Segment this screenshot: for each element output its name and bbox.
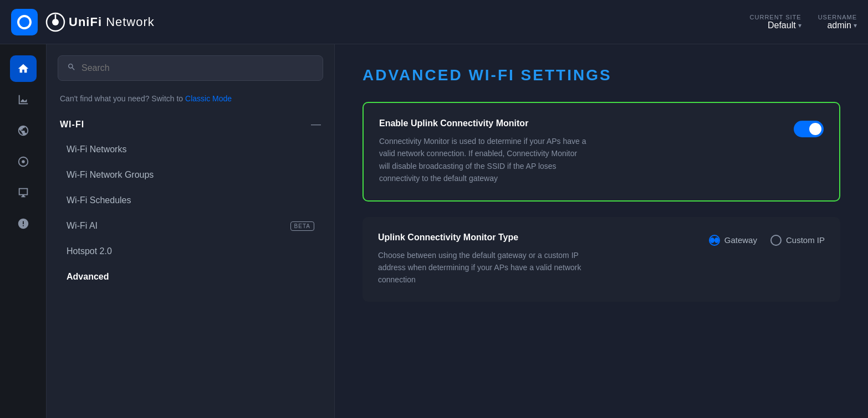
radio-custom-ip-circle (770, 235, 782, 246)
radio-group: Gateway Custom IP (709, 235, 825, 246)
main-content: ADVANCED WI-FI SETTINGS Enable Uplink Co… (335, 44, 868, 418)
header-right: CURRENT SITE Default ▾ USERNAME admin ▾ (750, 14, 857, 30)
sidebar-item-wifi-schedules[interactable]: Wi-Fi Schedules (58, 188, 323, 213)
uplink-monitor-title: Enable Uplink Connectivity Monitor (379, 118, 783, 128)
section-collapse-icon[interactable]: — (311, 118, 321, 130)
radio-gateway[interactable]: Gateway (709, 235, 757, 246)
site-chevron-icon: ▾ (798, 22, 801, 29)
sidebar-item-label: Wi-Fi Schedules (67, 195, 131, 205)
site-label: CURRENT SITE (750, 14, 801, 20)
nav-icon-devices[interactable] (10, 148, 37, 175)
monitor-type-control: Gateway Custom IP (709, 233, 825, 246)
logo-area: UniFi Network (11, 9, 166, 35)
user-dropdown[interactable]: admin ▾ (827, 20, 857, 30)
uplink-monitor-toggle[interactable] (794, 121, 824, 137)
classic-mode-text: Can't find what you need? Switch to Clas… (58, 94, 323, 103)
nav-icon-alerts[interactable] (10, 210, 37, 237)
sidebar-item-hotspot[interactable]: Hotspot 2.0 (58, 239, 323, 264)
classic-mode-link[interactable]: Classic Mode (185, 94, 232, 103)
sidebar-item-wifi-ai[interactable]: Wi-Fi AIBETA (58, 213, 323, 239)
monitor-type-title: Uplink Connectivity Monitor Type (378, 233, 687, 242)
sidebar-item-label: Wi-Fi Network Groups (67, 170, 154, 180)
top-header: UniFi Network CURRENT SITE Default ▾ USE… (0, 0, 868, 44)
radio-custom-ip-label: Custom IP (786, 235, 825, 245)
uplink-monitor-control (794, 118, 824, 137)
nav-icon-stats[interactable] (10, 86, 37, 113)
sidebar-item-label: Wi-Fi AI (67, 221, 98, 231)
section-title: WI-FI (60, 120, 84, 130)
user-chevron-icon: ▾ (854, 22, 857, 29)
user-info: USERNAME admin ▾ (818, 14, 857, 30)
search-icon (67, 63, 76, 74)
sidebar-item-label: Wi-Fi Networks (67, 145, 126, 154)
radio-gateway-label: Gateway (724, 235, 757, 245)
monitor-type-card: Uplink Connectivity Monitor Type Choose … (362, 217, 840, 302)
uplink-monitor-card: Enable Uplink Connectivity Monitor Conne… (362, 102, 840, 202)
nav-icon-clients[interactable] (10, 179, 37, 206)
svg-point-3 (22, 160, 25, 163)
site-dropdown[interactable]: Default ▾ (768, 20, 801, 30)
beta-badge: BETA (290, 221, 314, 231)
sidebar-item-wifi-networks[interactable]: Wi-Fi Networks (58, 137, 323, 162)
section-header: WI-FI — (58, 118, 323, 130)
user-label: USERNAME (818, 14, 857, 20)
secondary-sidebar: Can't find what you need? Switch to Clas… (47, 44, 335, 418)
sidebar-item-label: Advanced (67, 272, 109, 282)
monitor-type-info: Uplink Connectivity Monitor Type Choose … (378, 233, 687, 286)
icon-sidebar (0, 44, 47, 418)
page-title: ADVANCED WI-FI SETTINGS (362, 66, 840, 84)
search-box[interactable] (58, 55, 323, 81)
search-input[interactable] (81, 63, 314, 73)
nav-items-container: Wi-Fi NetworksWi-Fi Network GroupsWi-Fi … (58, 137, 323, 290)
sidebar-item-label: Hotspot 2.0 (67, 246, 112, 256)
main-layout: Can't find what you need? Switch to Clas… (0, 44, 868, 418)
nav-icon-home[interactable] (10, 55, 37, 82)
ubiquiti-logo (11, 9, 38, 35)
brand-name: UniFi Network (69, 15, 155, 29)
unifi-brand: UniFi Network (45, 12, 155, 32)
sidebar-item-wifi-network-groups[interactable]: Wi-Fi Network Groups (58, 162, 323, 188)
uplink-monitor-desc: Connectivity Monitor is used to determin… (379, 135, 590, 185)
sidebar-item-advanced[interactable]: Advanced (58, 264, 323, 290)
radio-custom-ip[interactable]: Custom IP (770, 235, 825, 246)
radio-gateway-circle (709, 235, 720, 246)
site-info: CURRENT SITE Default ▾ (750, 14, 801, 30)
nav-icon-topology[interactable] (10, 117, 37, 144)
svg-point-1 (52, 19, 59, 25)
toggle-slider (794, 121, 824, 137)
monitor-type-desc: Choose between using the default gateway… (378, 249, 589, 286)
uplink-monitor-info: Enable Uplink Connectivity Monitor Conne… (379, 118, 783, 185)
